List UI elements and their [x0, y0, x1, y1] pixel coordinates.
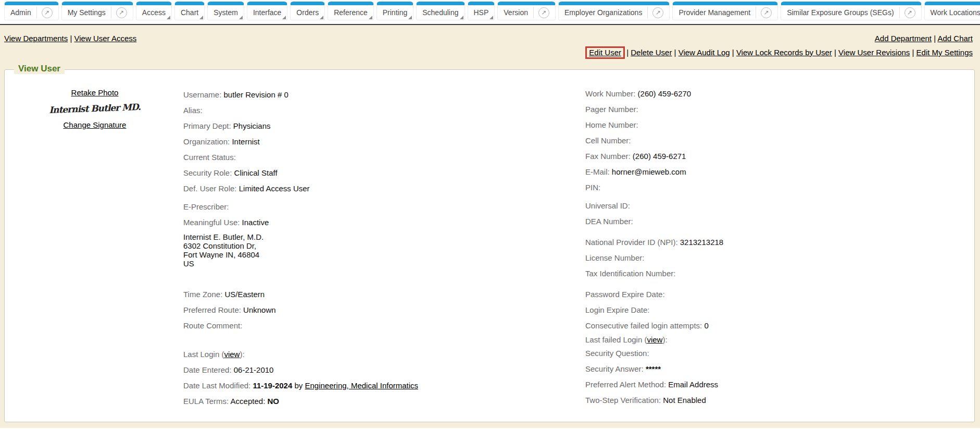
field-row: Consecutive failed login attempts: 0: [585, 318, 723, 334]
field-row: PIN:: [585, 180, 723, 195]
nav-view-user-access[interactable]: View User Access: [74, 34, 137, 43]
signature-image: Internist Butler MD.: [32, 99, 158, 119]
nav-right-links: Add Department | Add Chart: [875, 34, 973, 43]
field-label: Cell Number:: [585, 136, 631, 145]
field-row: Universal ID:: [585, 198, 723, 214]
field-row: EULA Terms: Accepted: NO: [183, 394, 418, 409]
tab-version[interactable]: Version↗: [497, 2, 556, 20]
field-label: National Provider ID (NPI):: [585, 238, 680, 247]
tab-employer-organizations[interactable]: Employer Organizations↗: [558, 2, 670, 20]
tab-reference[interactable]: Reference: [328, 2, 374, 20]
tab-access[interactable]: Access: [136, 2, 172, 20]
field-value: 3213213218: [680, 238, 723, 247]
field-label: Tax Identification Number:: [585, 269, 675, 278]
tab-hsp[interactable]: HSP: [468, 2, 495, 20]
nav-add-chart[interactable]: Add Chart: [937, 34, 973, 43]
tab-label: Admin: [10, 8, 31, 17]
field-row: License Number:: [585, 250, 723, 266]
action-edit-my-settings[interactable]: Edit My Settings: [916, 48, 973, 57]
link-separator: |: [910, 48, 916, 57]
dropdown-corner-icon: [408, 16, 412, 19]
field-value: (260) 459-6270: [638, 89, 692, 98]
open-in-new-window-icon[interactable]: ↗: [36, 7, 53, 18]
open-in-new-window-icon[interactable]: ↗: [111, 7, 127, 18]
field-label: Preferred Alert Method:: [585, 380, 668, 389]
tab-label: Similar Exposure Groups (SEGs): [787, 8, 894, 17]
field-label: EULA Terms:: [183, 397, 231, 406]
field-label: Universal ID:: [585, 201, 630, 210]
field-label: Login Expire Date:: [585, 305, 649, 314]
field-row: Password Expire Date:: [585, 287, 723, 302]
tab-label: System: [213, 8, 238, 17]
field-value: Limited Access User: [239, 184, 310, 193]
nav-view-departments[interactable]: View Departments: [4, 34, 68, 43]
field-value: horner@mieweb.com: [612, 167, 686, 176]
dropdown-corner-icon: [282, 16, 286, 19]
field-row: Security Answer: *****: [585, 361, 723, 377]
tab-system[interactable]: System: [207, 2, 244, 20]
tab-label: Scheduling: [422, 8, 458, 17]
open-in-new-window-icon[interactable]: ↗: [899, 7, 915, 18]
view-user-panel: View User Retake Photo Internist Butler …: [4, 69, 975, 422]
dropdown-corner-icon: [199, 16, 203, 19]
change-signature-link[interactable]: Change Signature: [32, 117, 157, 133]
link-separator: |: [624, 48, 631, 57]
open-in-new-window-icon[interactable]: ↗: [756, 7, 772, 18]
field-label: Security Question:: [585, 349, 649, 358]
tab-bar: Admin↗My Settings↗AccessChartSystemInter…: [0, 0, 980, 24]
inline-link[interactable]: Engineering, Medical Informatics: [305, 381, 419, 390]
tab-my-settings[interactable]: My Settings↗: [61, 2, 133, 20]
tab-work-locations[interactable]: Work Locations↗: [924, 2, 980, 20]
open-in-new-window-icon[interactable]: ↗: [647, 7, 663, 18]
tab-admin[interactable]: Admin↗: [4, 2, 59, 20]
field-value: Accepted:: [231, 397, 268, 406]
tab-similar-exposure-groups-segs[interactable]: Similar Exposure Groups (SEGs)↗: [781, 2, 921, 20]
field-row: Date Entered: 06-21-2010: [183, 362, 418, 378]
field-label: Route Comment:: [183, 321, 242, 330]
open-in-new-window-icon[interactable]: ↗: [533, 7, 549, 18]
field-value: (260) 459-6271: [633, 152, 686, 161]
action-view-lock-records-by-user[interactable]: View Lock Records by User: [736, 48, 832, 57]
field-row: National Provider ID (NPI): 3213213218: [585, 235, 723, 250]
link-separator: |: [932, 34, 937, 43]
field-row: Work Number: (260) 459-6270: [585, 86, 723, 102]
field-label: DEA Number:: [585, 217, 633, 226]
field-value: Physicians: [233, 121, 271, 130]
field-label: Last failed Login (: [585, 335, 647, 344]
dropdown-corner-icon: [239, 16, 243, 19]
field-label: Two-Step Verification:: [585, 396, 663, 405]
tab-label: Access: [142, 8, 166, 17]
tab-interface[interactable]: Interface: [247, 2, 287, 20]
dropdown-corner-icon: [167, 16, 170, 19]
tab-chart[interactable]: Chart: [174, 2, 205, 20]
tab-orders[interactable]: Orders: [290, 2, 325, 20]
field-row: Time Zone: US/Eastern: [183, 287, 418, 302]
link-separator: |: [672, 48, 678, 57]
field-label: Consecutive failed login attempts:: [585, 321, 704, 330]
field-row: E-Mail: horner@mieweb.com: [585, 164, 723, 180]
field-label: E-Prescriber:: [183, 202, 229, 211]
action-view-audit-log[interactable]: View Audit Log: [679, 48, 730, 57]
field-label: Last Login (: [183, 350, 224, 359]
action-edit-user[interactable]: Edit User: [589, 48, 621, 57]
inline-link[interactable]: view: [224, 350, 240, 359]
action-view-user-revisions[interactable]: View User Revisions: [838, 48, 910, 57]
field-label: Alias:: [183, 106, 203, 115]
field-row: Organization: Internist: [183, 134, 418, 150]
field-row: Current Status:: [183, 150, 418, 165]
tab-provider-management[interactable]: Provider Management↗: [672, 2, 778, 20]
field-label: Time Zone:: [183, 290, 224, 299]
action-delete-user[interactable]: Delete User: [631, 48, 672, 57]
tab-label: Employer Organizations: [564, 8, 642, 17]
tab-printing[interactable]: Printing: [376, 2, 413, 20]
tab-label: Reference: [334, 8, 368, 17]
field-row: E-Prescriber:: [183, 199, 418, 215]
tab-scheduling[interactable]: Scheduling: [416, 2, 464, 20]
field-value: Internist E. Butler, M.D. 6302 Constitut…: [183, 232, 263, 268]
photo-panel: Retake Photo Internist Butler MD. Change…: [32, 84, 157, 133]
inline-link[interactable]: view: [647, 335, 662, 344]
field-label: Work Number:: [585, 89, 638, 98]
nav-add-department[interactable]: Add Department: [875, 34, 932, 43]
retake-photo-link[interactable]: Retake Photo: [32, 84, 157, 101]
field-row: Home Number:: [585, 117, 723, 133]
